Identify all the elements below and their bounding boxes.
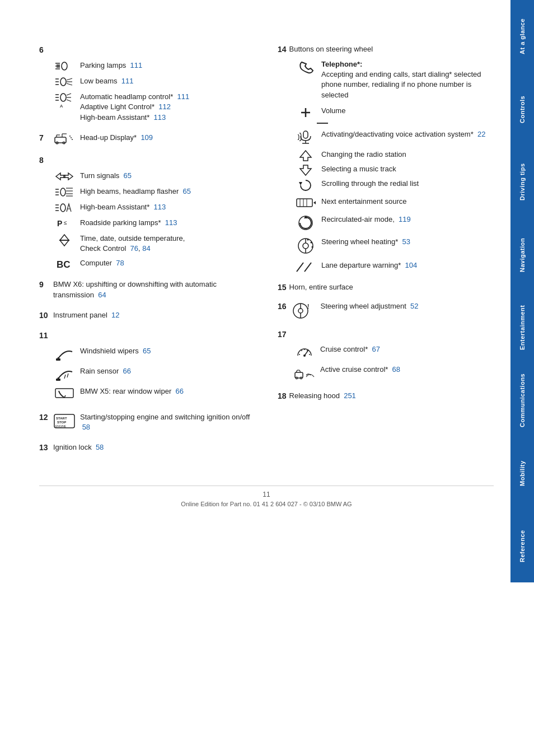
- item-8-high-beam-assist: High-beam Assistant* 113: [53, 202, 255, 213]
- sidebar-tab-mobility[interactable]: Mobility: [510, 437, 534, 510]
- item-14-wheel-heat: Steering wheel heating* 53: [294, 237, 494, 255]
- item-8-turn-signals-text: Turn signals 65: [80, 171, 255, 181]
- item-13-num: 13: [39, 442, 50, 452]
- item-14-radio-text: Changing the radio station: [321, 150, 494, 160]
- item-13-section: 13 Ignition lock 58: [39, 442, 255, 452]
- svg-point-81: [307, 239, 309, 240]
- high-beam-assist-icon: [53, 202, 76, 213]
- item-14-num: 14: [278, 45, 287, 54]
- item-15: 15 Horn, entire surface: [278, 283, 494, 292]
- svg-line-10: [67, 78, 72, 80]
- item-14-volume: Volume: [294, 106, 494, 119]
- rear-wiper-icon: [53, 386, 76, 402]
- sidebar-tab-driving[interactable]: Driving tips: [510, 146, 534, 218]
- item-17-active-cruise: Active cruise control* 68: [293, 365, 494, 381]
- item-15-section: 15 Horn, entire surface: [278, 283, 494, 292]
- item-11-rain-sensor: Rain sensor 66: [53, 366, 255, 382]
- svg-text:BC: BC: [57, 259, 71, 269]
- item-6-parking-lamps-text: Parking lamps 111: [80, 60, 255, 71]
- redial-icon: [294, 179, 317, 191]
- item-9: 9 BMW X6: upshifting or downshifting wit…: [39, 279, 255, 300]
- item-17-cruise: Cruise control* 67: [293, 344, 494, 360]
- item-14-lane-dep: Lane departure warning* 104: [294, 260, 494, 273]
- sidebar-tab-communications[interactable]: Communications: [510, 364, 534, 437]
- item-10: 10 Instrument panel 12: [39, 310, 255, 320]
- item-8-check-control: Time, date, outside temperature, Check C…: [53, 234, 255, 254]
- svg-point-93: [299, 354, 300, 355]
- item-14-music: Selecting a music track: [294, 164, 494, 176]
- item-11-rear-wiper: BMW X5: rear window wiper 66: [53, 386, 255, 402]
- svg-text:START: START: [56, 417, 67, 420]
- item-12-num: 12: [39, 412, 50, 422]
- svg-line-55: [67, 374, 68, 377]
- item-13: 13 Ignition lock 58: [39, 442, 255, 452]
- svg-text:STOP: STOP: [57, 421, 66, 424]
- item-8-roadside-park: P ≤ Roadside parking lamps* 113: [53, 218, 255, 229]
- item-11-header: 11: [39, 330, 255, 340]
- item-14-music-text: Selecting a music track: [321, 164, 494, 174]
- low-beams-icon: [53, 76, 76, 87]
- svg-line-54: [64, 375, 65, 379]
- item-14-redial-text: Scrolling through the redial list: [321, 179, 494, 189]
- item-6-auto-headlamp-text: Automatic headlamp control* 111 Adaptive…: [80, 92, 255, 123]
- svg-rect-51: [56, 358, 60, 361]
- page-number: 11: [39, 491, 494, 498]
- svg-point-87: [298, 309, 303, 313]
- arrow-up-icon: [294, 150, 317, 162]
- item-14-telephone-text: Telephone*: Accepting and ending calls, …: [321, 59, 494, 100]
- bc-icon: BC: [53, 258, 76, 269]
- item-9-num: 9: [39, 279, 50, 290]
- item-7-text: Head-up Display* 109: [80, 133, 255, 143]
- svg-line-19: [67, 100, 71, 101]
- svg-rect-56: [55, 389, 73, 398]
- sidebar-tab-controls[interactable]: Controls: [510, 73, 534, 146]
- item-18-text: Releasing hood 251: [289, 391, 356, 400]
- item-6-low-beams: Low beams 111: [53, 76, 255, 87]
- sidebar-tab-navigation[interactable]: Navigation: [510, 218, 534, 291]
- telephone-icon: [294, 59, 317, 76]
- item-14-entertainment-text: Next entertainment source: [321, 197, 494, 207]
- item-12-section: 12 START STOP ENGINE Starting/stopping e…: [39, 412, 255, 432]
- item-9-section: 9 BMW X6: upshifting or downshifting wit…: [39, 279, 255, 300]
- svg-text:ENGINE: ENGINE: [55, 424, 67, 428]
- lane-dep-icon: [294, 260, 317, 273]
- item-14-lane-dep-text: Lane departure warning* 104: [321, 260, 494, 270]
- item-17-cruise-text: Cruise control* 67: [320, 344, 494, 354]
- svg-point-29: [71, 137, 72, 138]
- svg-text:A: A: [60, 104, 63, 109]
- svg-line-17: [67, 94, 71, 95]
- svg-rect-64: [303, 131, 308, 138]
- svg-point-83: [312, 246, 313, 248]
- item-11-num: 11: [39, 330, 50, 340]
- roadside-park-icon: P ≤: [53, 218, 76, 229]
- page-footer: 11 Online Edition for Part no. 01 41 2 6…: [39, 486, 494, 507]
- svg-point-96: [307, 350, 308, 351]
- item-18-num: 18: [278, 391, 287, 400]
- item-14-wheel-heat-text: Steering wheel heating* 53: [321, 237, 494, 247]
- svg-point-82: [311, 241, 312, 243]
- svg-text:≤: ≤: [64, 220, 67, 226]
- item-14-header-text: Buttons on steering wheel: [289, 45, 373, 53]
- svg-text:!: !: [307, 304, 309, 310]
- item-17-section: 17: [278, 330, 494, 381]
- item-8-high-beam-assist-text: High-beam Assistant* 113: [80, 202, 255, 212]
- svg-rect-16: [60, 94, 66, 101]
- auto-headlamp-icon: A: [53, 92, 76, 109]
- item-11-section: 11 Windshield w: [39, 330, 255, 402]
- voice-icon: [294, 129, 317, 145]
- sidebar-tab-reference[interactable]: Reference: [510, 510, 534, 582]
- item-7-num: 7: [39, 133, 50, 143]
- item-14-radio: Changing the radio station: [294, 150, 494, 162]
- item-11-rain-sensor-text: Rain sensor 66: [80, 366, 255, 376]
- svg-marker-47: [60, 235, 69, 240]
- item-9-text: BMW X6: upshifting or downshifting with …: [53, 279, 255, 300]
- sidebar-tab-entertainment[interactable]: Entertainment: [510, 291, 534, 364]
- item-15-text: Horn, entire surface: [289, 283, 353, 291]
- item-16: 16 ! Steering wh: [278, 302, 494, 320]
- sidebar-tab-at-glance[interactable]: At a glance: [510, 0, 534, 73]
- item-14-redial: Scrolling through the redial list: [294, 179, 494, 191]
- item-10-num: 10: [39, 310, 50, 320]
- item-11-rear-wiper-text: BMW X5: rear window wiper 66: [80, 386, 255, 396]
- main-content: 6: [0, 0, 510, 756]
- minus-divider: [317, 123, 328, 124]
